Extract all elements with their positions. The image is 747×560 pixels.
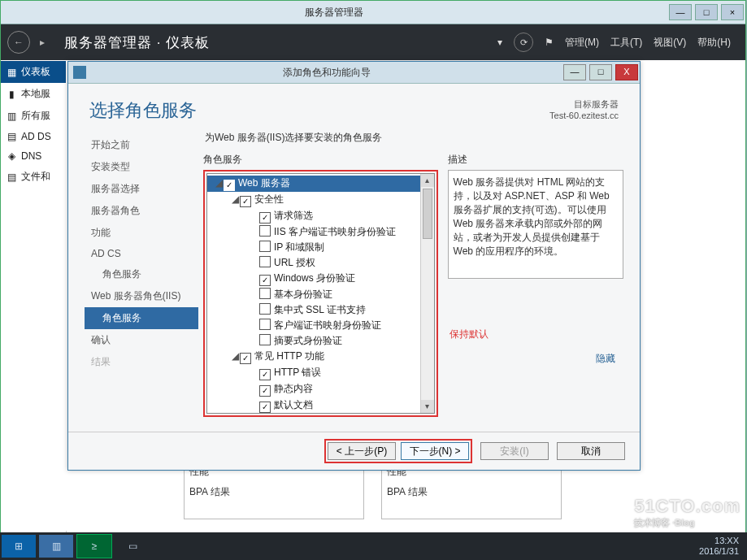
sidebar-item-local[interactable]: ▮本地服 — [1, 83, 66, 105]
menu-view[interactable]: 视图(V) — [654, 36, 686, 50]
scroll-thumb[interactable] — [423, 189, 432, 239]
outer-close-button[interactable]: × — [721, 4, 744, 20]
tree-node[interactable]: ◢✓Web 服务器 — [207, 176, 434, 192]
tree-label: 请求筛选 — [274, 210, 313, 221]
checkbox-icon[interactable]: ✓ — [259, 369, 271, 380]
nav-install-type[interactable]: 安装类型 — [85, 156, 198, 178]
sidebar-item-adds[interactable]: ▤AD DS — [1, 127, 66, 146]
start-button[interactable]: ⊞ — [2, 535, 36, 558]
wizard-instruction: 为Web 服务器(IIS)选择要安装的角色服务 — [205, 131, 623, 145]
tree-node[interactable]: ✓静态内容 — [207, 381, 434, 397]
taskbar-clock[interactable]: 13:XX 2016/1/31 — [699, 536, 747, 557]
wizard-footer: < 上一步(P) 下一步(N) > 安装(I) 取消 — [68, 432, 640, 470]
tree-node[interactable]: ✓请求筛选 — [207, 208, 434, 224]
tree-node[interactable]: 客户端证书映射身份验证 — [207, 318, 434, 333]
hide-link[interactable]: 隐藏 — [596, 352, 615, 366]
menu-manage[interactable]: 管理(M) — [565, 36, 599, 50]
tree-node[interactable]: 集中式 SSL 证书支持 — [207, 302, 434, 318]
checkbox-icon[interactable]: ✓ — [259, 402, 271, 413]
checkbox-icon[interactable]: ✓ — [259, 385, 271, 397]
wizard-title-text: 添加角色和功能向导 — [91, 66, 562, 80]
checkbox-icon[interactable] — [259, 303, 271, 315]
nav-buttons-highlight: < 上一步(P) 下一步(N) > — [324, 439, 472, 463]
tree-node[interactable]: 摘要式身份验证 — [207, 333, 434, 349]
outer-max-button[interactable]: □ — [695, 4, 718, 20]
tree-node[interactable]: IIS 客户端证书映射身份验证 — [207, 224, 434, 240]
nav-iis[interactable]: Web 服务器角色(IIS) — [85, 285, 198, 307]
nav-features[interactable]: 功能 — [85, 222, 198, 244]
wizard-max-button[interactable]: □ — [589, 64, 612, 80]
tree-node[interactable]: URL 授权 — [207, 255, 434, 271]
tree-label: 客户端证书映射身份验证 — [274, 319, 381, 331]
main-sidebar: ▦仪表板 ▮本地服 ▥所有服 ▤AD DS ◈DNS ▤文件和 — [1, 61, 67, 558]
tree-node[interactable]: ✓HTTP 错误 — [207, 365, 434, 381]
menu-help[interactable]: 帮助(H) — [697, 36, 731, 50]
checkbox-icon[interactable] — [259, 319, 271, 330]
menu-tools[interactable]: 工具(T) — [610, 36, 642, 50]
nav-back-button[interactable]: ← — [7, 31, 30, 54]
checkbox-icon[interactable] — [259, 334, 271, 345]
roles-tree[interactable]: ◢✓Web 服务器◢✓安全性✓请求筛选IIS 客户端证书映射身份验证IP 和域限… — [206, 173, 435, 414]
tree-label: URL 授权 — [274, 257, 315, 268]
tree-node[interactable]: IP 和域限制 — [207, 240, 434, 255]
taskbar-powershell[interactable]: ≥ — [76, 534, 112, 558]
checkbox-icon[interactable]: ✓ — [224, 180, 235, 191]
nav-confirm[interactable]: 确认 — [85, 329, 198, 351]
bpa-label-2: BPA 结果 — [382, 482, 561, 502]
tree-node[interactable]: ◢✓安全性 — [207, 192, 434, 208]
tree-node[interactable]: ✓默认文档 — [207, 397, 434, 414]
checkbox-icon[interactable]: ✓ — [240, 196, 251, 207]
keep-default-note: 保持默认 — [450, 328, 623, 341]
nav-iis-roleservices[interactable]: 角色服务 — [85, 307, 198, 329]
cancel-button[interactable]: 取消 — [557, 442, 625, 460]
taskbar[interactable]: ⊞ ▥ ≥ ▭ 13:XX 2016/1/31 — [0, 532, 747, 560]
roles-tree-highlight: ◢✓Web 服务器◢✓安全性✓请求筛选IIS 客户端证书映射身份验证IP 和域限… — [203, 170, 438, 417]
nav-server-roles[interactable]: 服务器角色 — [85, 200, 198, 222]
taskbar-explorer[interactable]: ▭ — [115, 535, 150, 558]
taskbar-servermanager[interactable]: ▥ — [39, 535, 73, 558]
sidebar-item-dashboard[interactable]: ▦仪表板 — [1, 61, 66, 83]
refresh-icon[interactable]: ⟳ — [514, 33, 533, 52]
nav-server-select[interactable]: 服务器选择 — [85, 178, 198, 200]
checkbox-icon[interactable] — [259, 225, 271, 237]
tree-node[interactable]: 基本身份验证 — [207, 287, 434, 302]
nav-forward-button[interactable]: ▸ — [32, 32, 53, 53]
checkbox-icon[interactable]: ✓ — [259, 275, 271, 286]
wizard-titlebar[interactable]: 添加角色和功能向导 — □ X — [68, 62, 640, 84]
tree-label: HTTP 错误 — [274, 367, 321, 378]
wizard-heading: 选择角色服务 — [89, 98, 197, 123]
tree-node[interactable]: ✓Windows 身份验证 — [207, 271, 434, 287]
wizard-dialog: 添加角色和功能向导 — □ X 选择角色服务 目标服务器 Test-60.ezi… — [67, 61, 641, 471]
checkbox-icon[interactable]: ✓ — [240, 353, 251, 364]
wizard-nav: 开始之前 安装类型 服务器选择 服务器角色 功能 AD CS 角色服务 Web … — [85, 129, 198, 417]
tree-node[interactable]: ◢✓常见 HTTP 功能 — [207, 349, 434, 365]
wizard-close-button[interactable]: X — [615, 64, 638, 80]
outer-title-text: 服务器管理器 — [1, 6, 667, 20]
checkbox-icon[interactable]: ✓ — [259, 212, 271, 224]
tree-label: 集中式 SSL 证书支持 — [274, 304, 366, 315]
nav-before[interactable]: 开始之前 — [85, 134, 198, 156]
tree-label: Web 服务器 — [238, 177, 290, 189]
tree-label: 默认文档 — [274, 399, 313, 410]
sidebar-item-files[interactable]: ▤文件和 — [1, 166, 66, 188]
nav-adcs[interactable]: AD CS — [85, 244, 198, 263]
checkbox-icon[interactable] — [259, 256, 271, 267]
tree-scrollbar[interactable]: ▴ ▾ — [420, 174, 434, 413]
checkbox-icon[interactable] — [259, 241, 271, 252]
wizard-min-button[interactable]: — — [563, 64, 586, 80]
install-button: 安装(I) — [480, 442, 549, 460]
prev-button[interactable]: < 上一步(P) — [328, 442, 396, 460]
checkbox-icon[interactable] — [259, 288, 271, 299]
outer-min-button[interactable]: — — [669, 4, 692, 20]
next-button[interactable]: 下一步(N) > — [401, 442, 469, 460]
sidebar-item-dns[interactable]: ◈DNS — [1, 146, 66, 166]
desc-column-header: 描述 — [448, 153, 623, 167]
flag-icon[interactable]: ⚑ — [545, 37, 554, 48]
target-server-block: 目标服务器 Test-60.ezitest.cc — [549, 98, 619, 123]
tree-label: 安全性 — [254, 193, 284, 205]
scroll-down-icon[interactable]: ▾ — [421, 400, 434, 413]
nav-adcs-roleservices[interactable]: 角色服务 — [85, 263, 198, 285]
sidebar-item-all[interactable]: ▥所有服 — [1, 105, 66, 127]
scroll-up-icon[interactable]: ▴ — [421, 174, 434, 187]
dropdown-icon[interactable]: ▾ — [497, 37, 502, 48]
